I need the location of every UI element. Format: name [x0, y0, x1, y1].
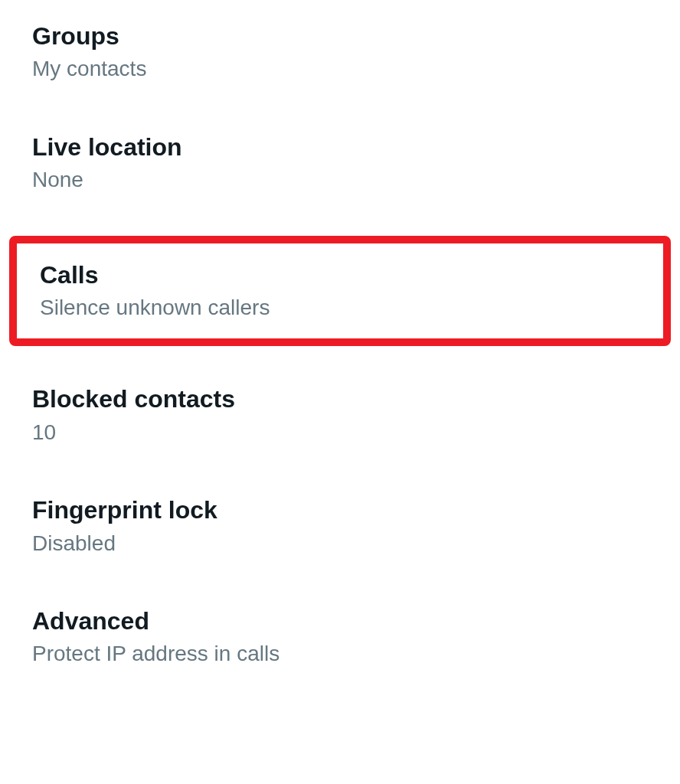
setting-title: Calls [40, 260, 642, 289]
setting-subtitle: None [32, 166, 649, 194]
setting-subtitle: My contacts [32, 55, 649, 83]
setting-item-fingerprint-lock[interactable]: Fingerprint lock Disabled [0, 482, 680, 571]
setting-title: Live location [32, 132, 649, 162]
setting-subtitle: Protect IP address in calls [32, 640, 649, 668]
settings-list: Groups My contacts Live location None Ca… [0, 0, 680, 704]
setting-subtitle: Silence unknown callers [40, 294, 642, 322]
setting-subtitle: Disabled [32, 530, 649, 557]
setting-item-groups[interactable]: Groups My contacts [0, 8, 680, 97]
setting-title: Groups [32, 21, 649, 51]
setting-item-blocked-contacts[interactable]: Blocked contacts 10 [0, 371, 680, 460]
setting-title: Advanced [32, 606, 649, 635]
setting-item-live-location[interactable]: Live location None [0, 119, 680, 208]
setting-title: Blocked contacts [32, 384, 649, 413]
setting-item-advanced[interactable]: Advanced Protect IP address in calls [0, 593, 680, 682]
setting-item-calls[interactable]: Calls Silence unknown callers [9, 236, 671, 347]
setting-subtitle: 10 [32, 419, 649, 446]
setting-title: Fingerprint lock [32, 495, 649, 524]
